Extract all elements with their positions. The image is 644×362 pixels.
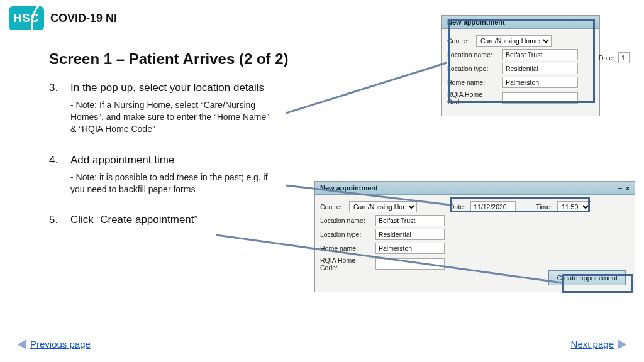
home-name-input[interactable] bbox=[502, 77, 578, 88]
previous-page-link[interactable]: Previous page bbox=[18, 339, 91, 349]
rqia-input[interactable] bbox=[375, 258, 445, 270]
location-name-label: Location name: bbox=[447, 51, 499, 58]
appointment-popup-2: New appointment – x Centre: Care/Nursing… bbox=[314, 181, 635, 292]
create-appointment-button[interactable]: Create appointment bbox=[548, 270, 626, 285]
window-titlebar: New appointment bbox=[442, 16, 599, 29]
next-page-label: Next page bbox=[571, 339, 614, 349]
date-input[interactable] bbox=[470, 201, 516, 212]
home-name-input[interactable] bbox=[375, 243, 445, 254]
close-icon[interactable]: x bbox=[626, 184, 630, 192]
previous-page-label: Previous page bbox=[30, 339, 91, 349]
location-type-label: Location type: bbox=[447, 65, 499, 72]
centre-select[interactable]: Care/Nursing Homes bbox=[476, 35, 552, 47]
location-type-input[interactable] bbox=[502, 63, 578, 74]
window-title: New appointment bbox=[447, 18, 505, 26]
date-input-fragment[interactable] bbox=[618, 52, 630, 63]
next-page-link[interactable]: Next page bbox=[571, 339, 626, 349]
step-note: - Note: If a Nursing Home, select “Care/… bbox=[70, 99, 272, 135]
step-note: - Note: it is possible to add these in t… bbox=[70, 172, 272, 195]
appointment-popup-1: New appointment Centre: Care/Nursing Hom… bbox=[441, 15, 600, 116]
home-name-label: Home name: bbox=[320, 244, 372, 252]
date-label: Date: bbox=[599, 54, 614, 62]
step-number: 4. bbox=[49, 154, 62, 167]
location-name-label: Location name: bbox=[320, 217, 372, 224]
location-name-input[interactable] bbox=[502, 49, 578, 60]
svg-line-0 bbox=[286, 63, 447, 113]
step-text: Click “Create appointment” bbox=[70, 214, 197, 226]
centre-label: Centre: bbox=[447, 37, 472, 45]
rqia-input[interactable] bbox=[502, 92, 578, 104]
app-title: COVID-19 NI bbox=[50, 12, 117, 25]
step-5: 5. Click “Create appointment” bbox=[49, 214, 301, 226]
date-fragment: Date: bbox=[599, 52, 630, 63]
location-type-label: Location type: bbox=[320, 231, 372, 238]
arrow-right-icon bbox=[618, 339, 626, 349]
steps-list: 3. In the pop up, select your location d… bbox=[49, 82, 301, 245]
centre-label: Centre: bbox=[320, 203, 345, 211]
date-label: Date: bbox=[450, 203, 465, 211]
step-number: 3. bbox=[49, 82, 62, 94]
rqia-label: RQIA Home Code: bbox=[447, 90, 499, 106]
hsc-logo-text: HSC bbox=[13, 12, 39, 25]
hsc-logo: HSC bbox=[9, 6, 44, 30]
location-name-input[interactable] bbox=[375, 215, 445, 226]
step-3: 3. In the pop up, select your location d… bbox=[49, 82, 301, 135]
step-text: Add appointment time bbox=[70, 154, 174, 167]
arrow-left-icon bbox=[18, 339, 26, 349]
home-name-label: Home name: bbox=[447, 79, 499, 86]
rqia-label: RQIA Home Code: bbox=[320, 256, 372, 272]
time-label: Time: bbox=[536, 203, 552, 211]
step-text: In the pop up, select your location deta… bbox=[70, 82, 264, 94]
step-4: 4. Add appointment time - Note: it is po… bbox=[49, 154, 301, 195]
minimize-icon[interactable]: – bbox=[618, 184, 622, 192]
window-titlebar: New appointment – x bbox=[315, 182, 635, 195]
time-select[interactable]: 11:50 bbox=[557, 201, 591, 212]
window-title: New appointment bbox=[320, 184, 378, 192]
location-type-input[interactable] bbox=[375, 229, 445, 240]
centre-select[interactable]: Care/Nursing Homes bbox=[349, 201, 417, 212]
page-title: Screen 1 – Patient Arrives (2 of 2) bbox=[49, 50, 289, 68]
header: HSC COVID-19 NI bbox=[9, 6, 117, 30]
step-number: 5. bbox=[49, 214, 62, 226]
